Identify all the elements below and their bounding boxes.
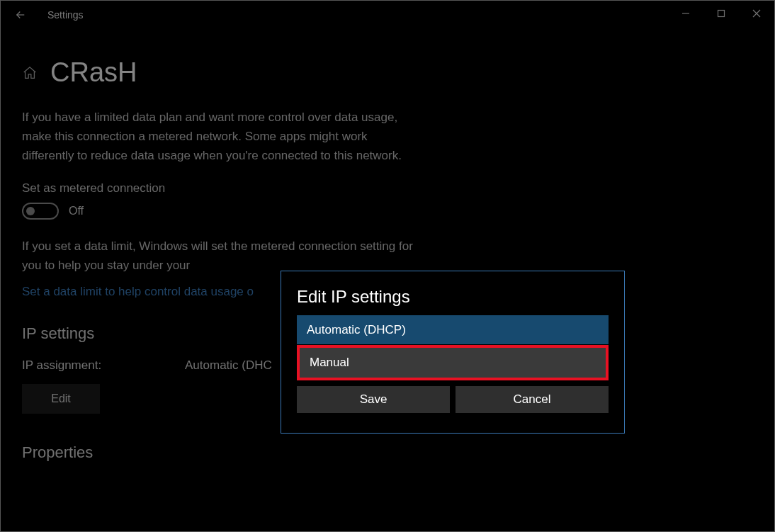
edit-button-label: Edit bbox=[51, 392, 71, 405]
svg-rect-1 bbox=[718, 11, 725, 17]
back-button[interactable] bbox=[8, 2, 33, 28]
toggle-state: Off bbox=[69, 205, 84, 217]
maximize-button[interactable] bbox=[703, 1, 739, 26]
page-title: CRasH bbox=[50, 57, 137, 88]
minimize-button[interactable] bbox=[668, 1, 703, 26]
properties-heading: Properties bbox=[22, 443, 753, 462]
dialog-title: Edit IP settings bbox=[297, 287, 609, 307]
metered-toggle[interactable] bbox=[22, 203, 59, 220]
home-icon bbox=[22, 65, 38, 81]
ip-assignment-label: IP assignment: bbox=[22, 358, 185, 373]
option-manual-label: Manual bbox=[310, 356, 349, 370]
dropdown-option-manual[interactable]: Manual bbox=[300, 348, 606, 378]
window-title: Settings bbox=[47, 9, 84, 21]
data-limit-description: If you set a data limit, Windows will se… bbox=[22, 237, 419, 275]
metered-toggle-label: Set as metered connection bbox=[22, 181, 753, 196]
save-label: Save bbox=[360, 392, 388, 407]
edit-button[interactable]: Edit bbox=[22, 384, 100, 414]
edit-ip-dialog: Edit IP settings Automatic (DHCP) Manual… bbox=[281, 271, 625, 434]
metered-description: If you have a limited data plan and want… bbox=[22, 108, 419, 166]
window-controls bbox=[668, 1, 774, 26]
ip-mode-dropdown[interactable]: Automatic (DHCP) Manual bbox=[297, 315, 609, 380]
dropdown-option-automatic[interactable]: Automatic (DHCP) bbox=[297, 315, 609, 345]
close-button[interactable] bbox=[739, 1, 774, 26]
highlight-box: Manual bbox=[297, 345, 609, 380]
save-button[interactable]: Save bbox=[297, 386, 450, 413]
option-auto-label: Automatic (DHCP) bbox=[307, 323, 406, 337]
cancel-label: Cancel bbox=[514, 392, 551, 407]
titlebar: Settings bbox=[1, 1, 774, 29]
toggle-knob bbox=[26, 207, 35, 215]
ip-assignment-value: Automatic (DHC bbox=[185, 358, 272, 373]
cancel-button[interactable]: Cancel bbox=[456, 386, 609, 413]
